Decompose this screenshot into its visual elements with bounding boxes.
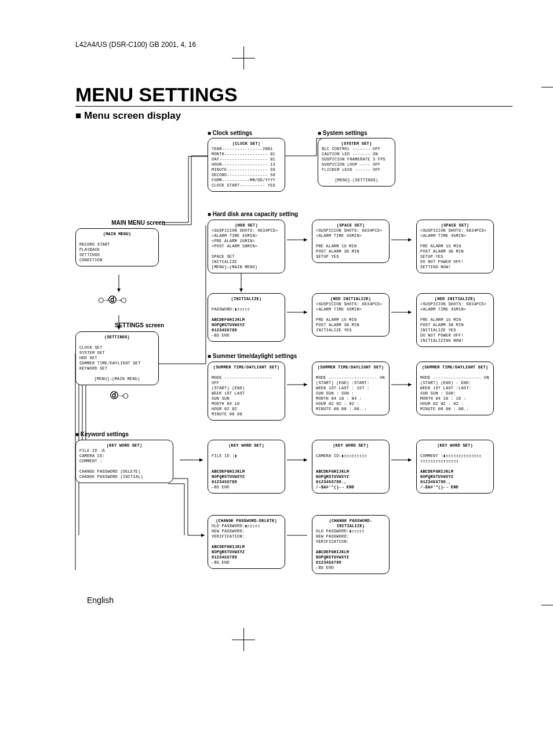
- box-space-b: (SPACE SET) <SUSPICION SHOTS: 6834PCS> <…: [416, 220, 494, 273]
- box-summer-b: (SUMMER TIME/DAYLIGHT SET) MODE --------…: [312, 361, 390, 415]
- box-space-a: (SPACE SET) <SUSPICION SHOTS: 6834PCS> <…: [312, 220, 390, 263]
- box-pass-init: (CHANGE PASSWORD-INITIALIZE) OLD PASSWOR…: [312, 515, 390, 574]
- box-keyword-main: (KEY WORD SET) FILE ID :A CAMERA ID: COM…: [75, 440, 173, 483]
- footer-language: English: [87, 596, 114, 605]
- box-summer-a: (SUMMER TIME/DAYLIGHT SET) MODE --------…: [208, 361, 285, 421]
- box-init: (INITIALIZE) PASSWORD:▮▯▯▯▯▯ ABCDEFGHIJK…: [208, 293, 285, 342]
- label-settings: SETTINGS screen: [100, 322, 164, 328]
- box-hdd: (HDD SET) <SUSPICION SHOTS: 6834PCS> <AL…: [208, 220, 285, 273]
- label-hdd: Hard disk area capacity setting: [208, 211, 298, 217]
- box-settings: (SETTINGS) CLOCK SET SYSTEM SET HDD SET …: [75, 331, 159, 385]
- label-clock: Clock settings: [208, 130, 252, 136]
- box-keyword-camera: (KEY WORD SET) CAMERA ID:▮▯▯▯▯▯▯▯▯▯ ABCD…: [312, 440, 390, 494]
- page-subtitle: Menu screen display: [75, 110, 512, 122]
- label-summer: Summer time/daylight settings: [208, 353, 297, 359]
- page-title: MENU SETTINGS: [75, 83, 512, 107]
- box-keyword-file: (KEY WORD SET) FILE ID :▮ ABCDEFGHIJKLM …: [208, 440, 285, 494]
- box-main-menu: (MAIN MENU) RECORD START PLAYBACK SETTIN…: [75, 228, 159, 266]
- label-main-menu: MAIN MENU screen: [90, 220, 165, 226]
- diagram-canvas: Clock settings System settings Hard disk…: [58, 130, 499, 651]
- joystick-icon-1: ◯→ⓓ→◯: [99, 295, 126, 305]
- box-hdd-init-b: (HDD INITIALIZE) <SUSPICION SHOTS: 6834P…: [416, 293, 494, 347]
- joystick-icon-2: ⓓ→◯: [110, 390, 128, 401]
- box-keyword-comment: (KEY WORD SET) COMMENT :▮▯▯▯▯▯▯▯▯▯▯▯▯▯▯ …: [416, 440, 494, 494]
- label-system: System settings: [318, 130, 368, 136]
- box-hdd-init-a: (HDD INITIALIZE) <SUSPICION SHOTS: 6834P…: [312, 293, 390, 337]
- doc-header: L42A4/US (DSR-C100) GB 2001, 4, 16: [75, 41, 512, 49]
- box-clock: (CLOCK SET) YEAR----------------2001 MON…: [208, 138, 285, 192]
- box-summer-c: (SUMMER TIME/DAYLIGHT SET) MODE --------…: [416, 361, 494, 415]
- box-system: (SYSTEM SET) BLC CONTROL ------- OFF CAU…: [318, 138, 395, 187]
- label-keyword: Keyword settings: [75, 431, 129, 437]
- box-pass-delete: (CHANGE PASSWORD-DELETE) OLD PASSWORD:▮▯…: [208, 515, 285, 569]
